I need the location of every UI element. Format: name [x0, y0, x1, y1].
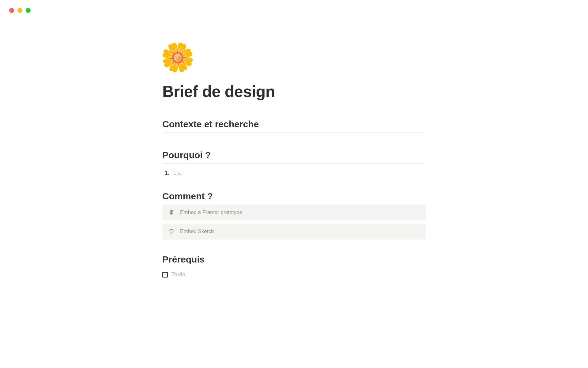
todo-checkbox[interactable]	[162, 272, 168, 278]
window-close-button[interactable]	[9, 8, 14, 13]
heading-contexte[interactable]: Contexte et recherche	[162, 119, 426, 133]
framer-icon	[168, 209, 175, 216]
window-maximize-button[interactable]	[26, 8, 31, 13]
ordered-list: 1. List	[162, 170, 426, 176]
embed-sketch-block[interactable]: Embed Sketch	[162, 224, 426, 240]
list-item[interactable]: 1. List	[165, 170, 426, 176]
heading-prerequis[interactable]: Prérequis	[162, 254, 426, 265]
list-marker: 1.	[165, 170, 170, 176]
sketch-icon	[168, 228, 175, 235]
embed-label: Embed a Framer prototype	[180, 209, 242, 216]
todo-item[interactable]: To-do	[162, 271, 426, 278]
window-minimize-button[interactable]	[17, 8, 22, 13]
heading-pourquoi[interactable]: Pourquoi ?	[162, 150, 426, 164]
embed-framer-block[interactable]: Embed a Framer prototype	[162, 205, 426, 220]
list-placeholder[interactable]: List	[173, 170, 182, 176]
heading-comment[interactable]: Comment ?	[162, 191, 426, 201]
window-controls	[0, 0, 588, 13]
embed-label: Embed Sketch	[180, 228, 214, 235]
page-icon[interactable]: 🌼	[160, 44, 426, 71]
page-title[interactable]: Brief de design	[162, 82, 426, 101]
page-content: 🌼 Brief de design Contexte et recherche …	[156, 13, 432, 278]
todo-placeholder[interactable]: To-do	[172, 271, 185, 278]
